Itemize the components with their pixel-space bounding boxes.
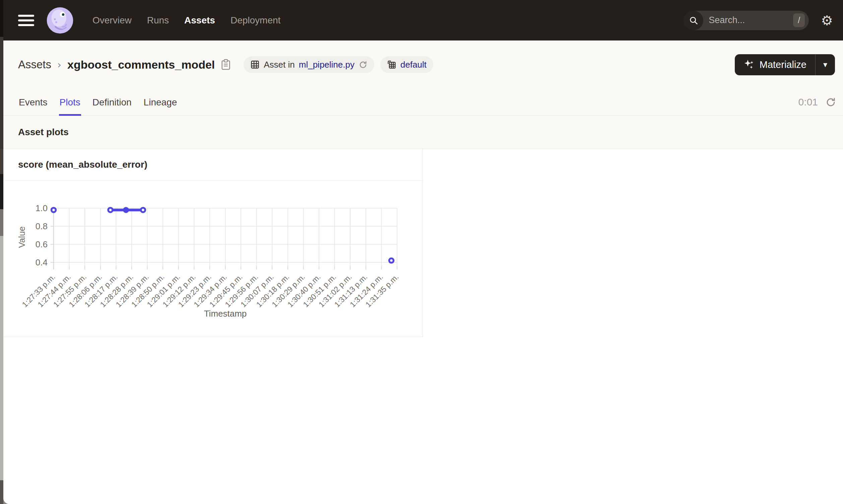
tab-definition[interactable]: Definition [92, 89, 132, 116]
primary-nav: Overview Runs Assets Deployment [92, 15, 280, 26]
plots-content: score (mean_absolute_error) 1.00.80.60.4… [3, 149, 843, 504]
asset-grid-icon [250, 60, 260, 69]
materialize-button[interactable]: Materialize [735, 54, 815, 75]
svg-text:1.0: 1.0 [35, 203, 48, 213]
refresh-icon[interactable] [825, 97, 836, 108]
app-window: Overview Runs Assets Deployment Search..… [3, 0, 843, 504]
dagster-logo[interactable] [46, 7, 74, 34]
top-nav-bar: Overview Runs Assets Deployment Search..… [3, 0, 843, 40]
asset-plot-svg: 1.00.80.60.41:27:33 p.m.1:27:44 p.m.1:27… [3, 181, 423, 337]
section-title: Asset plots [3, 116, 843, 149]
refresh-timer: 0:01 [798, 96, 818, 108]
nav-item-deployment[interactable]: Deployment [230, 15, 280, 26]
nav-item-overview[interactable]: Overview [92, 15, 132, 26]
nav-item-runs[interactable]: Runs [147, 15, 169, 26]
asset-tabs: Events Plots Definition Lineage [18, 89, 177, 115]
search-input[interactable]: Search... / [684, 11, 809, 30]
reload-location-icon[interactable] [359, 60, 367, 69]
tab-plots[interactable]: Plots [59, 89, 81, 116]
search-shortcut-key: / [793, 13, 805, 27]
code-location-badge: default [380, 56, 433, 73]
plot-title: score (mean_absolute_error) [3, 149, 423, 181]
code-location-icon [387, 60, 396, 69]
search-placeholder: Search... [709, 15, 793, 25]
svg-text:Value: Value [17, 226, 27, 248]
tab-lineage[interactable]: Lineage [143, 89, 178, 116]
copy-asset-name-icon[interactable] [221, 59, 231, 70]
asset-header: Assets › xgboost_comments_model Asset in [3, 40, 843, 89]
breadcrumb-assets-link[interactable]: Assets [18, 58, 51, 71]
tab-events[interactable]: Events [18, 89, 48, 116]
materialize-split-button: Materialize ▾ [735, 54, 835, 75]
asset-location-link[interactable]: ml_pipeline.py [299, 59, 355, 70]
materialize-label: Materialize [760, 59, 807, 70]
code-location-link[interactable]: default [400, 59, 427, 70]
svg-text:Timestamp: Timestamp [204, 309, 247, 319]
nav-item-assets[interactable]: Assets [184, 15, 215, 26]
svg-text:0.4: 0.4 [35, 257, 48, 267]
svg-text:0.8: 0.8 [35, 221, 48, 231]
page-title: xgboost_comments_model [67, 58, 215, 71]
asset-location-prefix: Asset in [264, 59, 295, 70]
background-window-strip [0, 0, 3, 504]
asset-location-badge: Asset in ml_pipeline.py [244, 56, 374, 73]
breadcrumb: Assets › xgboost_comments_model [18, 58, 231, 71]
svg-text:0.6: 0.6 [35, 239, 48, 249]
asset-tabs-row: Events Plots Definition Lineage 0:01 [3, 89, 843, 116]
settings-gear-icon[interactable]: ⚙ [821, 14, 833, 27]
asset-plot-card: score (mean_absolute_error) 1.00.80.60.4… [3, 149, 423, 337]
sparkles-icon [743, 59, 755, 70]
search-icon [684, 11, 703, 30]
asset-badges: Asset in ml_pipeline.py default [244, 56, 433, 73]
menu-icon[interactable] [18, 15, 34, 26]
materialize-dropdown-caret[interactable]: ▾ [815, 54, 835, 75]
breadcrumb-separator-icon: › [57, 59, 61, 71]
